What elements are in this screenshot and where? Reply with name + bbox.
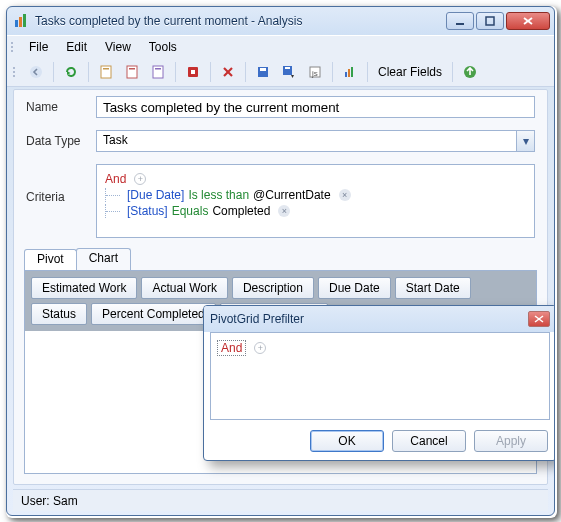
toolbar: js Clear Fields <box>7 57 554 87</box>
export-up-icon[interactable] <box>459 61 481 83</box>
svg-rect-26 <box>351 67 353 77</box>
svg-rect-13 <box>155 68 161 70</box>
name-input[interactable] <box>96 96 535 118</box>
chevron-down-icon[interactable]: ▾ <box>516 131 534 151</box>
dialog-criteria-editor[interactable]: And + <box>210 332 550 420</box>
prefilter-dialog: PivotGrid Prefilter And + OK Cancel Appl… <box>203 305 555 461</box>
pivot-field[interactable]: Status <box>31 303 87 325</box>
cancel-button[interactable]: Cancel <box>392 430 466 452</box>
delete-icon[interactable] <box>217 61 239 83</box>
doc1-icon[interactable] <box>95 61 117 83</box>
svg-rect-11 <box>129 68 135 70</box>
app-icon <box>13 13 29 29</box>
add-condition-icon[interactable]: + <box>134 173 146 185</box>
svg-rect-2 <box>23 14 26 27</box>
svg-rect-12 <box>153 66 163 78</box>
criteria-val-0[interactable]: @CurrentDate <box>253 188 331 202</box>
criteria-field-0[interactable]: [Due Date] <box>127 188 184 202</box>
apply-button[interactable]: Apply <box>474 430 548 452</box>
dialog-title: PivotGrid Prefilter <box>210 312 304 326</box>
window-title: Tasks completed by the current moment - … <box>35 14 446 28</box>
dialog-close-button[interactable] <box>528 311 550 327</box>
chart-tool-icon[interactable] <box>339 61 361 83</box>
criteria-op-0[interactable]: Is less than <box>188 188 249 202</box>
doc3-icon[interactable] <box>147 61 169 83</box>
svg-rect-24 <box>345 72 347 77</box>
svg-point-7 <box>30 66 42 78</box>
svg-rect-3 <box>456 23 464 25</box>
dialog-criteria-root[interactable]: And <box>217 340 246 356</box>
svg-text:js: js <box>311 69 318 78</box>
criteria-root[interactable]: And <box>105 172 126 186</box>
pivot-field[interactable]: Start Date <box>395 277 471 299</box>
back-icon[interactable] <box>25 61 47 83</box>
titlebar[interactable]: Tasks completed by the current moment - … <box>7 7 554 35</box>
svg-rect-25 <box>348 69 350 77</box>
ok-button[interactable]: OK <box>310 430 384 452</box>
save-icon[interactable] <box>252 61 274 83</box>
svg-rect-21 <box>285 67 290 69</box>
svg-rect-4 <box>486 17 494 25</box>
clear-fields-button[interactable]: Clear Fields <box>374 65 446 79</box>
svg-rect-10 <box>127 66 137 78</box>
add-condition-icon[interactable]: + <box>254 342 266 354</box>
menubar: File Edit View Tools <box>7 35 554 57</box>
maximize-button[interactable] <box>476 12 504 30</box>
criteria-editor[interactable]: And + [Due Date] Is less than @CurrentDa… <box>96 164 535 238</box>
remove-condition-icon[interactable]: × <box>339 189 351 201</box>
datatype-value: Task <box>97 131 516 151</box>
criteria-val-1[interactable]: Completed <box>212 204 270 218</box>
tab-pivot[interactable]: Pivot <box>24 249 77 271</box>
stop-icon[interactable] <box>182 61 204 83</box>
main-window: Tasks completed by the current moment - … <box>6 6 555 516</box>
pivot-field[interactable]: Description <box>232 277 314 299</box>
close-button[interactable] <box>506 12 550 30</box>
svg-rect-15 <box>191 70 195 74</box>
svg-rect-0 <box>15 20 18 27</box>
save-dropdown-icon[interactable] <box>278 61 300 83</box>
svg-rect-1 <box>19 17 22 27</box>
dialog-titlebar[interactable]: PivotGrid Prefilter <box>204 306 555 332</box>
refresh-icon[interactable] <box>60 61 82 83</box>
datatype-combo[interactable]: Task ▾ <box>96 130 535 152</box>
pivot-field[interactable]: Percent Completed <box>91 303 216 325</box>
remove-condition-icon[interactable]: × <box>278 205 290 217</box>
criteria-op-1[interactable]: Equals <box>172 204 209 218</box>
pivot-field[interactable]: Actual Work <box>141 277 227 299</box>
criteria-field-1[interactable]: [Status] <box>127 204 168 218</box>
menu-view[interactable]: View <box>97 38 139 56</box>
datatype-label: Data Type <box>26 134 96 148</box>
name-label: Name <box>26 100 96 114</box>
script-icon[interactable]: js <box>304 61 326 83</box>
svg-rect-8 <box>101 66 111 78</box>
doc2-icon[interactable] <box>121 61 143 83</box>
tab-chart[interactable]: Chart <box>76 248 131 270</box>
svg-rect-19 <box>260 68 266 71</box>
pivot-field[interactable]: Due Date <box>318 277 391 299</box>
menu-tools[interactable]: Tools <box>141 38 185 56</box>
menu-file[interactable]: File <box>21 38 56 56</box>
menu-edit[interactable]: Edit <box>58 38 95 56</box>
statusbar: User: Sam <box>13 489 548 511</box>
criteria-label: Criteria <box>26 164 96 204</box>
svg-rect-9 <box>103 68 109 70</box>
minimize-button[interactable] <box>446 12 474 30</box>
pivot-field[interactable]: Estimated Work <box>31 277 137 299</box>
status-user: User: Sam <box>21 494 78 508</box>
